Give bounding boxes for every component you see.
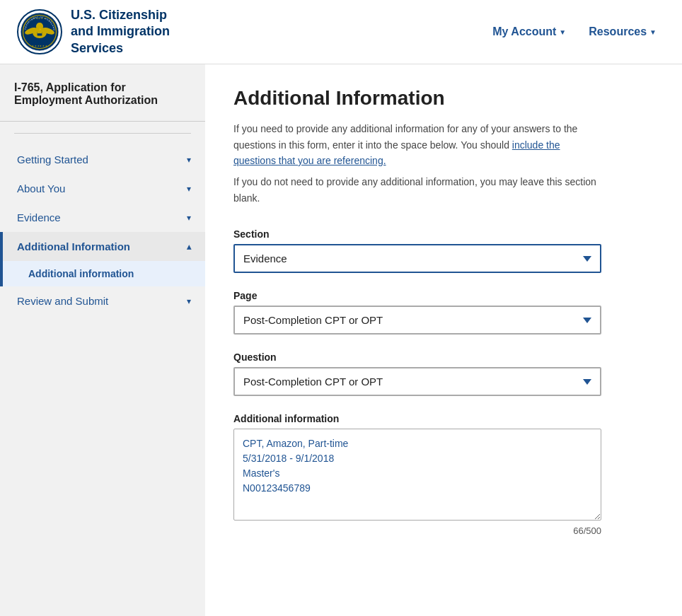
page-title: Additional Information bbox=[233, 87, 654, 110]
section-label: Section bbox=[233, 228, 601, 240]
sidebar-item-additional-information-label: Additional Information bbox=[17, 240, 187, 252]
my-account-chevron-icon: ▼ bbox=[559, 28, 566, 36]
section-field: Section Evidence Getting Started About Y… bbox=[233, 228, 601, 273]
sidebar-subitem-additional-information[interactable]: Additional information bbox=[0, 261, 205, 286]
page-select[interactable]: Post-Completion CPT or OPT bbox=[233, 306, 601, 335]
svg-text:★ ★ ★ ★ ★ ★: ★ ★ ★ ★ ★ ★ bbox=[32, 45, 47, 47]
section-select[interactable]: Evidence Getting Started About You Addit… bbox=[233, 244, 601, 273]
additional-info-field: Additional information CPT, Amazon, Part… bbox=[233, 413, 601, 536]
question-select[interactable]: Post-Completion CPT or OPT bbox=[233, 367, 601, 396]
sidebar-item-getting-started[interactable]: Getting Started ▾ bbox=[0, 145, 205, 174]
resources-chevron-icon: ▼ bbox=[649, 28, 657, 36]
logo-area: ★ ★ ★ ★ ★ ★ ★ ★ ★ ★ ★ DEPARTMENT OF HOME… bbox=[17, 7, 170, 57]
header: ★ ★ ★ ★ ★ ★ ★ ★ ★ ★ ★ DEPARTMENT OF HOME… bbox=[0, 0, 682, 64]
additional-information-chevron-icon: ▴ bbox=[187, 242, 191, 252]
resources-label: Resources bbox=[589, 25, 647, 38]
getting-started-chevron-icon: ▾ bbox=[187, 155, 191, 165]
sidebar-item-review-submit[interactable]: Review and Submit ▾ bbox=[0, 286, 205, 315]
agency-name: U.S. Citizenship and Immigration Service… bbox=[71, 7, 170, 57]
evidence-chevron-icon: ▾ bbox=[187, 213, 191, 223]
sidebar-item-about-you[interactable]: About You ▾ bbox=[0, 174, 205, 203]
sidebar: I-765, Application for Employment Author… bbox=[0, 64, 205, 616]
description-text-1: If you need to provide any additional in… bbox=[233, 121, 601, 168]
question-label: Question bbox=[233, 351, 601, 363]
description-text-2: If you do not need to provide any additi… bbox=[233, 174, 601, 206]
review-submit-chevron-icon: ▾ bbox=[187, 296, 191, 306]
sidebar-item-review-submit-label: Review and Submit bbox=[17, 295, 187, 307]
agency-seal: ★ ★ ★ ★ ★ ★ ★ ★ ★ ★ ★ DEPARTMENT OF HOME… bbox=[17, 9, 62, 54]
main-content: Additional Information If you need to pr… bbox=[205, 64, 682, 616]
my-account-label: My Account bbox=[492, 25, 556, 38]
additional-info-textarea[interactable]: CPT, Amazon, Part-time 5/31/2018 - 9/1/2… bbox=[233, 429, 601, 521]
additional-info-label: Additional information bbox=[233, 413, 601, 424]
about-you-chevron-icon: ▾ bbox=[187, 184, 191, 194]
char-count: 66/500 bbox=[233, 525, 601, 536]
sidebar-item-getting-started-label: Getting Started bbox=[17, 153, 187, 165]
svg-rect-8 bbox=[37, 32, 42, 33]
sidebar-item-evidence-label: Evidence bbox=[17, 211, 187, 223]
top-nav: My Account ▼ Resources ▼ bbox=[484, 20, 665, 44]
page-label: Page bbox=[233, 290, 601, 301]
sidebar-title: I-765, Application for Employment Author… bbox=[0, 81, 205, 122]
page-layout: I-765, Application for Employment Author… bbox=[0, 64, 682, 616]
page-field: Page Post-Completion CPT or OPT bbox=[233, 290, 601, 335]
resources-button[interactable]: Resources ▼ bbox=[580, 20, 665, 44]
include-link: include the questions that you are refer… bbox=[233, 139, 560, 166]
sidebar-divider bbox=[14, 133, 191, 134]
sidebar-item-about-you-label: About You bbox=[17, 182, 187, 194]
question-field: Question Post-Completion CPT or OPT bbox=[233, 351, 601, 396]
sidebar-item-additional-information[interactable]: Additional Information ▴ bbox=[0, 232, 205, 261]
my-account-button[interactable]: My Account ▼ bbox=[484, 20, 574, 44]
sidebar-item-evidence[interactable]: Evidence ▾ bbox=[0, 203, 205, 232]
